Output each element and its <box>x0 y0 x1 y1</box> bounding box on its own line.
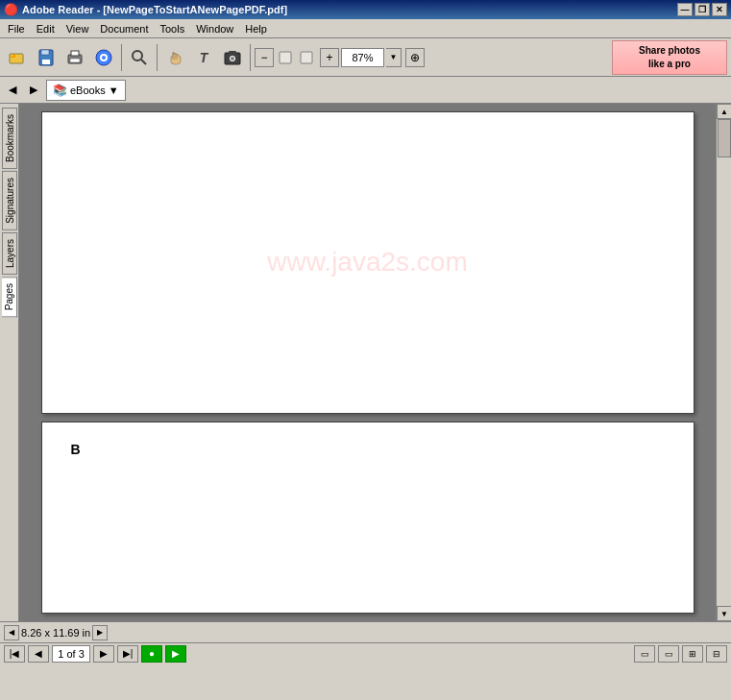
ebooks-icon: 📚 <box>53 84 67 97</box>
next-page-btn[interactable]: ▶ <box>25 80 42 101</box>
menu-bar: File Edit View Document Tools Window Hel… <box>0 19 731 38</box>
view-btn-3[interactable]: ⊞ <box>682 645 703 663</box>
open-button[interactable] <box>4 44 31 71</box>
menu-file[interactable]: File <box>2 19 31 37</box>
ebooks-dropdown[interactable]: 📚 eBooks ▼ <box>46 80 126 101</box>
svg-point-11 <box>133 51 142 60</box>
signatures-tab[interactable]: Signatures <box>2 171 17 230</box>
page-dimensions: 8.26 x 11.69 in <box>21 627 90 639</box>
zoom-control: 87% ▼ <box>341 48 402 67</box>
separator-3 <box>250 44 251 71</box>
close-button[interactable]: ✕ <box>712 3 727 16</box>
next-page-button[interactable]: ▶ <box>93 645 114 663</box>
svg-rect-0 <box>10 54 23 63</box>
right-scrollbar[interactable]: ▲ ▼ <box>716 104 731 621</box>
svg-rect-7 <box>70 59 80 62</box>
ebooks-label: eBooks <box>70 84 106 96</box>
zoom-dropdown[interactable]: ▼ <box>386 48 402 67</box>
side-tabs: Bookmarks Signatures Layers Pages <box>0 104 19 621</box>
menu-window[interactable]: Window <box>190 19 239 37</box>
zoom-fit-button[interactable]: ⊕ <box>405 48 425 67</box>
window-title: Adobe Reader - [NewPageToStartANewPagePD… <box>22 4 287 15</box>
record-end-button[interactable]: ▶ <box>165 645 186 663</box>
svg-rect-3 <box>42 60 50 64</box>
separator-2 <box>157 44 158 71</box>
restore-button[interactable]: ❐ <box>694 3 710 16</box>
menu-document[interactable]: Document <box>94 19 154 37</box>
select-text-button[interactable]: T <box>190 44 217 71</box>
page-letter: B <box>71 442 81 457</box>
app-icon: 🔴 <box>4 3 18 16</box>
watermark: www.java2s.com <box>267 247 468 278</box>
print-button[interactable] <box>61 44 88 71</box>
svg-rect-18 <box>301 52 312 63</box>
layers-tab[interactable]: Layers <box>2 232 17 275</box>
scroll-down-button[interactable]: ▼ <box>717 606 731 621</box>
zoom-input[interactable]: 87% <box>341 48 384 67</box>
title-bar-controls: — ❐ ✕ <box>677 3 727 16</box>
scroll-track[interactable] <box>717 119 731 606</box>
pdf-content: www.java2s.com B <box>19 104 716 621</box>
save-button[interactable] <box>33 44 60 71</box>
toolbar2: ◀ ▶ 📚 eBooks ▼ <box>0 77 731 104</box>
share-photos-button[interactable]: Share photoslike a pro <box>612 40 727 75</box>
prev-page-button[interactable]: ◀ <box>28 645 49 663</box>
status-left-btn[interactable]: ◀ <box>4 625 19 640</box>
zoom-in-button[interactable]: + <box>320 48 339 67</box>
last-page-button[interactable]: ▶| <box>117 645 138 663</box>
page-forward-button[interactable] <box>297 44 316 71</box>
svg-rect-4 <box>41 50 49 55</box>
hand-tool-button[interactable] <box>161 44 188 71</box>
status-right-btn[interactable]: ▶ <box>92 625 108 640</box>
scroll-up-button[interactable]: ▲ <box>717 104 731 119</box>
pages-tab[interactable]: Pages <box>2 277 17 317</box>
email-button[interactable] <box>90 44 117 71</box>
find-button[interactable] <box>126 44 153 71</box>
snapshot-button[interactable] <box>219 44 246 71</box>
svg-line-12 <box>141 60 146 64</box>
menu-tools[interactable]: Tools <box>155 19 191 37</box>
toolbar: T − + 87% ▼ ⊕ Share photoslike a pro <box>0 38 731 77</box>
menu-edit[interactable]: Edit <box>31 19 61 37</box>
svg-rect-16 <box>229 51 236 54</box>
main-area: Bookmarks Signatures Layers Pages www.ja… <box>0 104 731 621</box>
title-bar: 🔴 Adobe Reader - [NewPageToStartANewPage… <box>0 0 731 19</box>
separator-1 <box>121 44 122 71</box>
svg-rect-17 <box>280 52 291 63</box>
menu-view[interactable]: View <box>61 19 95 37</box>
view-btn-2[interactable]: ▭ <box>658 645 679 663</box>
page-back-button[interactable] <box>276 44 295 71</box>
view-btn-4[interactable]: ⊟ <box>706 645 727 663</box>
pdf-page-2: B <box>41 422 694 614</box>
svg-point-10 <box>102 56 106 60</box>
title-bar-left: 🔴 Adobe Reader - [NewPageToStartANewPage… <box>4 3 287 16</box>
minimize-button[interactable]: — <box>677 3 693 16</box>
page-number-input[interactable] <box>52 645 90 663</box>
svg-point-15 <box>231 57 234 60</box>
ebooks-arrow: ▼ <box>109 84 119 96</box>
zoom-out-button[interactable]: − <box>255 48 274 67</box>
svg-rect-6 <box>71 51 79 56</box>
prev-page-btn[interactable]: ◀ <box>4 80 21 101</box>
nav-bar: |◀ ◀ ▶ ▶| ● ▶ ▭ ▭ ⊞ ⊟ <box>0 642 731 664</box>
view-btn-1[interactable]: ▭ <box>634 645 655 663</box>
menu-help[interactable]: Help <box>239 19 273 37</box>
status-left: ◀ 8.26 x 11.69 in ▶ <box>4 625 108 640</box>
record-begin-button[interactable]: ● <box>141 645 162 663</box>
bookmarks-tab[interactable]: Bookmarks <box>2 108 17 169</box>
pdf-page-1: www.java2s.com <box>41 111 694 414</box>
first-page-button[interactable]: |◀ <box>4 645 25 663</box>
status-bar: ◀ 8.26 x 11.69 in ▶ <box>0 621 731 642</box>
share-photos-label: Share photoslike a pro <box>639 44 700 71</box>
scroll-thumb[interactable] <box>718 119 731 157</box>
